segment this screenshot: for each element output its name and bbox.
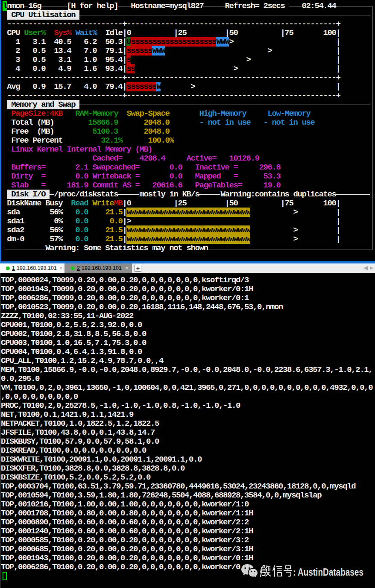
svg-text:: AustinDatabases: : AustinDatabases: [293, 566, 363, 578]
